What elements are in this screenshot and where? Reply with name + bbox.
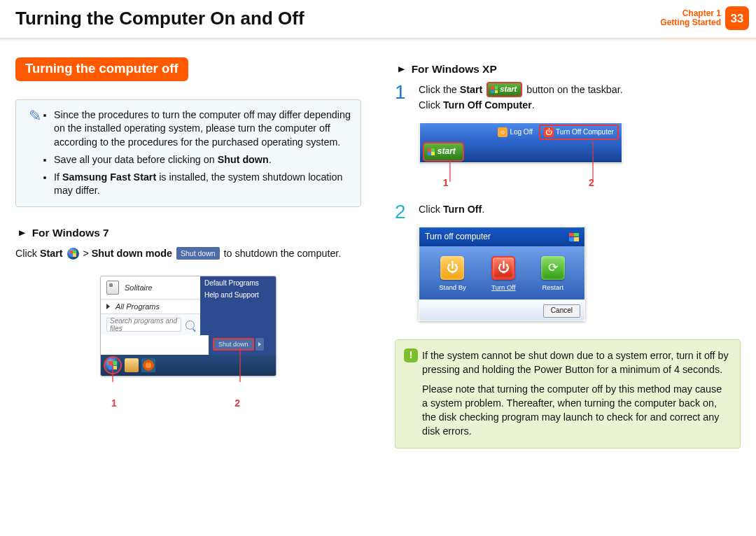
os-heading-text: For Windows 7 <box>32 227 109 239</box>
restart-icon: ⟳ <box>541 256 565 280</box>
os-heading-win7: ► For Windows 7 <box>17 227 361 239</box>
page-header: Turning the Computer On and Off Chapter … <box>0 0 756 36</box>
standby-button[interactable]: ⏻ Stand By <box>439 256 466 292</box>
info-item: Since the procedures to turn the compute… <box>54 108 351 149</box>
logoff-icon <box>498 127 507 137</box>
triangle-icon: ► <box>17 227 27 238</box>
page-number-badge: 33 <box>725 6 749 30</box>
triangle-icon: ► <box>396 64 407 74</box>
turnoff-button[interactable]: ⏻ Turn Off <box>491 256 515 292</box>
step-number: 2 <box>395 202 419 320</box>
callout-number: 2 <box>234 397 240 409</box>
os-heading-winxp: ► For Windows XP <box>396 63 741 76</box>
section-heading: Turning the computer off <box>15 57 188 81</box>
power-icon <box>544 127 554 137</box>
dialog-title: Turn off computer <box>425 231 491 243</box>
chapter-name: Getting Started <box>660 18 721 27</box>
win7-start-menu-figure: Solitaire All Programs Search programs a… <box>100 276 276 409</box>
logoff-button[interactable]: Log Off <box>494 126 536 139</box>
os-heading-text: For Windows XP <box>412 63 497 75</box>
info-note-box: ✎ Since the procedures to turn the compu… <box>15 99 361 207</box>
warning-paragraph: Please note that turning the computer of… <box>422 382 730 438</box>
cancel-button[interactable]: Cancel <box>543 304 580 318</box>
page-title: Turning the Computer On and Off <box>15 8 660 29</box>
start-orb-icon <box>67 248 79 260</box>
turnoff-icon: ⏻ <box>491 256 515 280</box>
xp-turnoff-dialog: Turn off computer ⏻ Stand By ⏻ Turn Off <box>419 227 585 321</box>
warning-box: ! If the system cannot be shut down due … <box>395 339 741 449</box>
callout-number: 1 <box>443 176 449 190</box>
info-item: Save all your data before clicking on Sh… <box>54 153 351 167</box>
warning-paragraph: If the system cannot be shut down due to… <box>422 348 730 376</box>
turnoff-computer-button[interactable]: Turn Off Computer <box>539 125 619 141</box>
xp-start-button[interactable]: start <box>423 142 464 161</box>
xp-taskbar-figure: Log Off Turn Off Computer st <box>419 122 622 190</box>
callout-number: 1 <box>111 397 117 409</box>
step-number: 1 <box>395 83 419 190</box>
note-icon: ✎ <box>26 108 44 198</box>
warning-icon: ! <box>404 348 418 362</box>
shutdown-button-inline: Shut down <box>176 247 220 260</box>
restart-button[interactable]: ⟳ Restart <box>541 256 565 292</box>
win7-instruction: Click Start > Shut down mode Shut down t… <box>15 246 361 261</box>
callout-number: 2 <box>589 176 594 190</box>
xp-start-button-inline: start <box>486 82 522 97</box>
standby-icon: ⏻ <box>440 256 464 280</box>
chapter-block: Chapter 1 Getting Started 33 <box>660 6 756 30</box>
step-1: 1 Click the Start start button on the ta… <box>395 83 741 190</box>
windows-flag-icon <box>569 233 579 241</box>
step-2: 2 Click Turn Off. Turn off computer ⏻ St… <box>395 202 741 320</box>
info-item: If Samsung Fast Start is installed, the … <box>54 171 351 198</box>
header-divider <box>0 38 756 39</box>
